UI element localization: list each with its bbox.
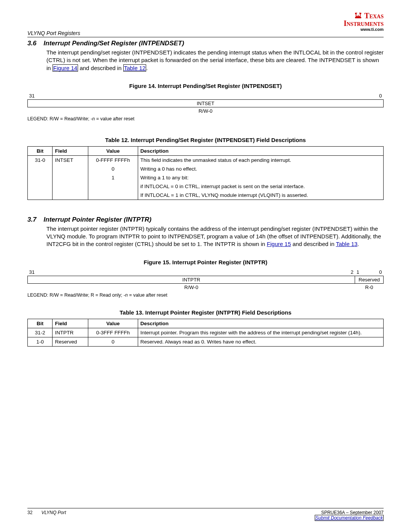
section-title: Interrupt Pending/Set Register (INTPENDS…: [44, 40, 184, 47]
brand-url: www.ti.com: [344, 27, 384, 32]
field-rw: R/W-0: [28, 107, 384, 115]
bit-lo: 0: [206, 92, 384, 100]
bit-hi: 31: [28, 268, 191, 276]
running-header: VLYNQ Port Registers: [27, 30, 80, 36]
bit-hi: 31: [28, 92, 206, 100]
figure-14-legend: LEGEND: R/W = Read/Write; -n = value aft…: [27, 116, 384, 121]
field-rw-2: R-0: [355, 283, 384, 291]
feedback-link[interactable]: Submit Documentation Feedback: [315, 515, 384, 521]
bit-mid-hi: 2: [191, 268, 355, 276]
logo-top: Texas: [364, 11, 384, 20]
figure-14-link[interactable]: Figure 14: [53, 64, 78, 72]
field-rw-1: R/W-0: [28, 283, 355, 291]
page-footer: 32 VLYNQ Port SPRUE36A – September 2007 …: [27, 508, 384, 521]
table-header-row: Bit Field Value Description: [28, 146, 384, 155]
table-13: Bit Field Value Description 31-2 INTPTR …: [27, 319, 384, 347]
field-name-1: INTPTR: [28, 276, 355, 283]
table-row: 0 Writing a 0 has no effect.: [28, 165, 384, 173]
table-header-row: Bit Field Value Description: [28, 319, 384, 328]
table-row: 1 Writing a 1 to any bit:: [28, 173, 384, 182]
section-3-7-heading: 3.7 Interrupt Pointer Register (INTPTR): [27, 216, 384, 224]
logo-bottom: Instruments: [344, 19, 384, 27]
table-13-link[interactable]: Table 13: [336, 241, 358, 247]
figure-14-bitfield: 31 0 INTSET R/W-0: [27, 92, 384, 115]
figure-15-caption: Figure 15. Interrupt Pointer Register (I…: [27, 259, 384, 265]
table-row: 1-0 Reserved 0 Reserved. Always read as …: [28, 337, 384, 346]
section-3-6-heading: 3.6 Interrupt Pending/Set Register (INTP…: [27, 40, 384, 47]
table-row: 31-2 INTPTR 0-3FFF FFFFh Interrupt point…: [28, 328, 384, 337]
bit-lo: 0: [369, 268, 383, 276]
table-row: 31-0 INTSET 0-FFFF FFFFh This field indi…: [28, 155, 384, 165]
figure-15-legend: LEGEND: R/W = Read/Write; R = Read only;…: [27, 292, 384, 298]
figure-15-link[interactable]: Figure 15: [267, 241, 291, 247]
section-title: Interrupt Pointer Register (INTPTR): [44, 216, 151, 223]
ti-chip-icon: [354, 11, 363, 18]
table-row: if INTLOCAL = 0 in CTRL, interrupt packe…: [28, 182, 384, 191]
footer-doc-id: SPRUE36A – September 2007: [315, 510, 384, 515]
footer-doc-title: VLYNQ Port: [41, 510, 66, 515]
field-name: INTSET: [28, 99, 384, 107]
figure-14-caption: Figure 14. Interrupt Pending/Set Registe…: [27, 83, 384, 89]
table-12-link[interactable]: Table 12: [123, 64, 147, 72]
field-name-2: Reserved: [355, 276, 384, 283]
section-3-6-paragraph: The interrupt pending/set register (INTP…: [46, 49, 384, 72]
brand-logo: Texas Instruments www.ti.com: [344, 11, 384, 32]
section-number: 3.7: [27, 216, 37, 223]
section-number: 3.6: [27, 40, 37, 47]
table-12-caption: Table 12. Interrupt Pending/Set Register…: [27, 137, 384, 143]
table-13-caption: Table 13. Interrupt Pointer Register (IN…: [27, 309, 384, 316]
page-number: 32: [27, 510, 32, 515]
section-3-7-paragraph: The interrupt pointer register (INTPTR) …: [46, 225, 384, 248]
figure-15-bitfield: 31 2 1 0 INTPTR Reserved R/W-0 R-0: [27, 268, 384, 291]
bit-mid-lo: 1: [355, 268, 369, 276]
table-12: Bit Field Value Description 31-0 INTSET …: [27, 146, 384, 200]
table-row: If INTLOCAL = 1 in CTRL, VLYNQ module in…: [28, 191, 384, 200]
